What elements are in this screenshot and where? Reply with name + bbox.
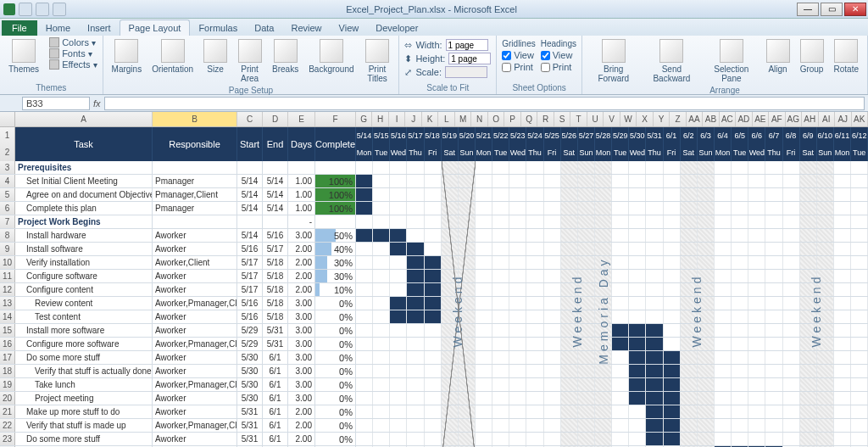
column-header[interactable]: V [604, 112, 620, 126]
task-row[interactable]: 8Install hardwareAworker5/145/163.0050% [0, 229, 868, 243]
margins-button[interactable]: Margins [108, 37, 146, 75]
width-input[interactable] [446, 39, 488, 51]
column-header[interactable]: G [356, 112, 372, 126]
column-header[interactable]: R [537, 112, 554, 126]
task-row[interactable]: 22Verify that stuff is made upAworker,Pm… [0, 419, 868, 433]
headings-print-check[interactable]: Print [541, 62, 576, 72]
column-header[interactable]: D [263, 112, 288, 126]
column-header[interactable]: S [554, 112, 570, 126]
task-row[interactable]: 15Install more softwareAworker5/295/313.… [0, 324, 868, 338]
qat-save-icon[interactable] [19, 3, 32, 16]
size-button[interactable]: Size [200, 37, 231, 75]
column-header[interactable]: AC [720, 112, 736, 126]
column-header[interactable]: AI [819, 112, 835, 126]
fx-icon[interactable]: fx [93, 98, 101, 109]
task-row[interactable]: 3Prerequisites [0, 161, 868, 175]
task-row[interactable]: 11Configure softwareAworker5/175/182.003… [0, 270, 868, 283]
orientation-button[interactable]: Orientation [148, 37, 197, 75]
tab-home[interactable]: Home [37, 20, 79, 36]
colors-button[interactable]: Colors ▾ [49, 37, 97, 47]
background-button[interactable]: Background [305, 37, 357, 75]
tab-review[interactable]: Review [282, 20, 330, 36]
column-header[interactable]: H [372, 112, 388, 126]
column-header[interactable]: A [15, 112, 153, 126]
task-row[interactable]: 19Take lunchAworker,Pmanager,Client5/306… [0, 378, 868, 392]
column-header[interactable]: B [153, 112, 237, 126]
task-row[interactable]: 10Verify installationAworker,Client5/175… [0, 256, 868, 270]
worksheet[interactable]: ABCDEFGHIJKLMNOPQRSTUVWXYZAAABACADAEAFAG… [0, 112, 868, 447]
group-button[interactable]: Group [797, 37, 827, 75]
column-header[interactable]: Z [670, 112, 686, 126]
column-header[interactable]: AB [703, 112, 719, 126]
themes-button[interactable]: Themes [5, 37, 42, 75]
close-button[interactable]: ✕ [844, 3, 866, 16]
column-header[interactable]: AE [753, 112, 769, 126]
column-header[interactable]: C [237, 112, 263, 126]
task-row[interactable]: 12Configure contentAworker5/175/182.0010… [0, 283, 868, 297]
column-header[interactable]: M [455, 112, 471, 126]
formula-input[interactable] [104, 97, 865, 110]
column-header[interactable]: P [504, 112, 520, 126]
task-row[interactable]: 18Verify that stuff is actually doneAwor… [0, 365, 868, 378]
column-header[interactable]: Y [654, 112, 670, 126]
gridlines-view-check[interactable]: View [502, 50, 535, 60]
qat-redo-icon[interactable] [53, 3, 66, 16]
column-header[interactable]: N [471, 112, 487, 126]
column-header[interactable]: AH [802, 112, 818, 126]
tab-developer[interactable]: Developer [367, 20, 426, 36]
scale-input[interactable] [445, 66, 487, 78]
column-header[interactable]: I [389, 112, 405, 126]
fonts-button[interactable]: Fonts ▾ [49, 48, 97, 59]
column-header[interactable]: E [288, 112, 315, 126]
align-button[interactable]: Align [763, 37, 793, 75]
file-tab[interactable]: File [2, 20, 37, 36]
send-backward-button[interactable]: Send Backward [643, 37, 701, 85]
task-row[interactable]: 23Do some more stuffAworker5/316/12.000% [0, 433, 868, 446]
column-header[interactable]: AF [769, 112, 785, 126]
task-row[interactable]: 7Project Work Begins- [0, 215, 868, 229]
rotate-button[interactable]: Rotate [831, 37, 862, 75]
task-row[interactable]: 13Review contentAworker,Pmanager,Client5… [0, 297, 868, 310]
tab-page-layout[interactable]: Page Layout [120, 20, 191, 36]
headings-view-check[interactable]: View [541, 50, 576, 60]
column-header[interactable]: X [637, 112, 653, 126]
height-input[interactable] [448, 53, 491, 64]
column-header[interactable]: L [438, 112, 454, 126]
column-header[interactable]: F [315, 112, 356, 126]
column-header[interactable]: O [488, 112, 504, 126]
task-row[interactable]: 5Agree on and document ObjectivesPmanage… [0, 188, 868, 202]
task-row[interactable]: 20Project meetingAworker5/306/13.000% [0, 392, 868, 405]
tab-insert[interactable]: Insert [79, 20, 120, 36]
task-row[interactable]: 9Install softwareAworker5/165/172.0040% [0, 243, 868, 256]
column-header[interactable]: J [405, 112, 421, 126]
column-header[interactable]: K [422, 112, 438, 126]
task-row[interactable]: 6Complete this planPmanager5/145/141.001… [0, 202, 868, 215]
minimize-button[interactable]: — [797, 3, 819, 16]
tab-view[interactable]: View [331, 20, 368, 36]
task-row[interactable]: 16Configure more softwareAworker,Pmanage… [0, 338, 868, 351]
column-header[interactable]: T [570, 112, 587, 126]
tab-data[interactable]: Data [246, 20, 282, 36]
task-row[interactable]: 4Set Initial Client MeetingPmanager5/145… [0, 175, 868, 188]
column-header[interactable]: AA [687, 112, 703, 126]
print-area-button[interactable]: Print Area [234, 37, 265, 85]
bring-forward-button[interactable]: Bring Forward [587, 37, 640, 85]
column-header[interactable]: Q [521, 112, 537, 126]
task-row[interactable]: 17Do some more stuffAworker5/306/13.000% [0, 351, 868, 365]
tab-formulas[interactable]: Formulas [190, 20, 246, 36]
task-row[interactable]: 14Test contentAworker5/165/183.000% [0, 310, 868, 324]
gridlines-print-check[interactable]: Print [502, 62, 535, 72]
column-header[interactable]: U [587, 112, 604, 126]
column-header[interactable]: AG [786, 112, 802, 126]
maximize-button[interactable]: ▭ [821, 3, 843, 16]
effects-button[interactable]: Effects ▾ [49, 59, 97, 70]
task-row[interactable]: 21Make up more stuff to doAworker5/316/1… [0, 405, 868, 419]
selection-pane-button[interactable]: Selection Pane [704, 37, 759, 85]
breaks-button[interactable]: Breaks [269, 37, 302, 75]
column-header[interactable]: AD [736, 112, 752, 126]
print-titles-button[interactable]: Print Titles [361, 37, 394, 85]
name-box[interactable]: B33 [22, 97, 90, 110]
column-header[interactable]: W [620, 112, 637, 126]
qat-undo-icon[interactable] [36, 3, 49, 16]
column-header[interactable]: AK [852, 112, 868, 126]
